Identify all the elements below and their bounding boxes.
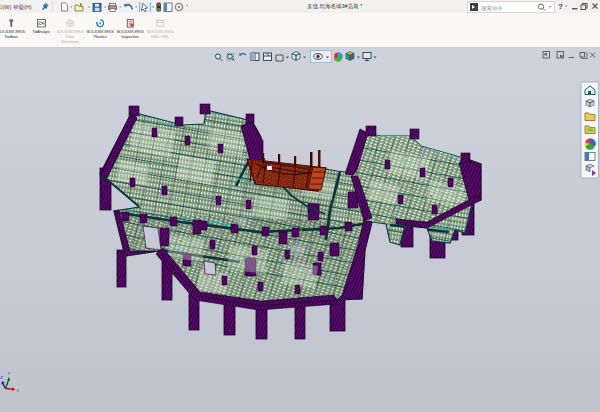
- svg-text:X: X: [17, 388, 20, 393]
- svg-text:?: ?: [558, 2, 563, 11]
- svg-text:Z: Z: [0, 375, 3, 380]
- svg-text:搜索命令: 搜索命令: [481, 5, 504, 12]
- svg-text:Y: Y: [8, 371, 11, 376]
